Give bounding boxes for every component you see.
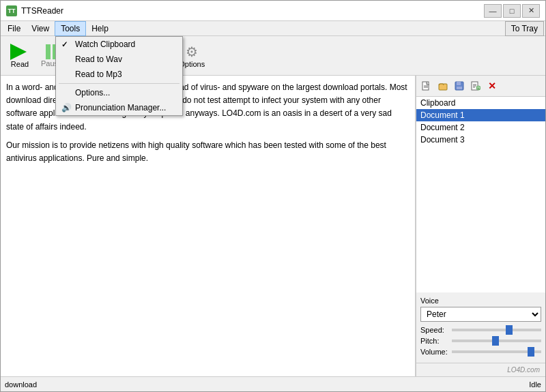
voice-label: Voice bbox=[420, 297, 541, 305]
save-doc-icon bbox=[455, 81, 464, 91]
minimize-button[interactable]: — bbox=[484, 4, 502, 18]
menu-options[interactable]: Options... bbox=[56, 85, 182, 100]
open-doc-button[interactable] bbox=[435, 78, 450, 93]
speed-row: Speed: bbox=[420, 326, 541, 334]
titlebar: TT TTSReader — □ ✕ bbox=[1, 1, 545, 21]
pause-bar-left bbox=[46, 44, 51, 59]
menu-help[interactable]: Help bbox=[86, 21, 114, 36]
volume-thumb[interactable] bbox=[528, 347, 534, 357]
tools-dropdown: ✓ Watch Clipboard Read to Wav Read to Mp… bbox=[55, 36, 183, 116]
window-title: TTSReader bbox=[21, 6, 484, 16]
new-doc-icon bbox=[422, 81, 431, 91]
options-label: Options... bbox=[75, 88, 110, 97]
menu-view[interactable]: View bbox=[26, 21, 55, 36]
doc-item-clipboard[interactable]: Clipboard bbox=[416, 97, 545, 109]
window-controls: — □ ✕ bbox=[484, 4, 540, 18]
text-paragraph-2: Our mission is to provide netizens with … bbox=[6, 139, 410, 165]
watch-clipboard-label: Watch Clipboard bbox=[75, 40, 135, 49]
svg-text:✎: ✎ bbox=[477, 87, 480, 91]
menu-separator bbox=[59, 83, 179, 84]
document-list: Clipboard Document 1 Document 2 Document… bbox=[416, 97, 545, 292]
to-tray-button[interactable]: To Tray bbox=[505, 21, 544, 36]
speed-slider[interactable] bbox=[452, 329, 541, 331]
menu-pronunciation-manager[interactable]: 🔊 Pronunciation Manager... bbox=[56, 100, 182, 115]
svg-rect-6 bbox=[457, 87, 462, 89]
maximize-button[interactable]: □ bbox=[503, 4, 521, 18]
text-display[interactable]: In a word- and it is because of the ramp… bbox=[1, 76, 416, 376]
statusbar: download Idle bbox=[1, 376, 545, 391]
check-mark: ✓ bbox=[61, 40, 75, 49]
speed-label: Speed: bbox=[420, 326, 449, 334]
right-panel: ✎ ✕ Clipboard Document 1 Document 2 Docu… bbox=[416, 76, 545, 376]
voice-controls: Voice Peter David Zira Speed: Pitch: bbox=[416, 292, 545, 363]
save-doc-button[interactable] bbox=[452, 78, 467, 93]
open-doc-icon bbox=[438, 81, 448, 91]
pitch-label: Pitch: bbox=[420, 337, 449, 345]
watermark-area: LO4D.com bbox=[416, 363, 545, 376]
doc-item-document1[interactable]: Document 1 bbox=[416, 109, 545, 121]
volume-label: Volume: bbox=[420, 348, 449, 356]
rename-doc-button[interactable]: ✎ bbox=[468, 78, 483, 93]
menu-file[interactable]: File bbox=[2, 21, 26, 36]
menu-read-to-wav[interactable]: Read to Wav bbox=[56, 52, 182, 67]
doc-toolbar: ✎ ✕ bbox=[416, 76, 545, 97]
play-triangle bbox=[10, 44, 27, 60]
gear-icon: ⚙ bbox=[186, 44, 198, 60]
menu-tools[interactable]: Tools bbox=[55, 21, 86, 36]
status-left: download bbox=[5, 380, 37, 389]
read-button[interactable]: Read bbox=[5, 39, 35, 73]
menubar: File View Tools Help To Tray ✓ Watch Cli… bbox=[1, 21, 545, 36]
rename-doc-icon: ✎ bbox=[471, 81, 480, 91]
voice-select[interactable]: Peter David Zira bbox=[420, 307, 541, 322]
read-to-wav-label: Read to Wav bbox=[75, 55, 122, 64]
read-to-mp3-label: Read to Mp3 bbox=[75, 70, 122, 79]
main-content: In a word- and it is because of the ramp… bbox=[1, 76, 545, 376]
menu-watch-clipboard[interactable]: ✓ Watch Clipboard bbox=[56, 37, 182, 52]
main-window: TT TTSReader — □ ✕ File View Tools Help … bbox=[0, 0, 546, 392]
pronunciation-icon: 🔊 bbox=[61, 103, 75, 112]
volume-slider[interactable] bbox=[452, 350, 541, 353]
speed-thumb[interactable] bbox=[506, 325, 513, 335]
pronunciation-label: Pronunciation Manager... bbox=[75, 103, 166, 112]
status-right: Idle bbox=[529, 380, 541, 389]
doc-item-document3[interactable]: Document 3 bbox=[416, 134, 545, 146]
play-icon bbox=[10, 44, 29, 60]
volume-row: Volume: bbox=[420, 348, 541, 356]
pitch-thumb[interactable] bbox=[492, 336, 499, 346]
new-doc-button[interactable] bbox=[419, 78, 434, 93]
pitch-row: Pitch: bbox=[420, 337, 541, 345]
delete-doc-button[interactable]: ✕ bbox=[485, 78, 500, 93]
watermark-text: LO4D.com bbox=[507, 366, 540, 374]
doc-item-document2[interactable]: Document 2 bbox=[416, 121, 545, 134]
close-button[interactable]: ✕ bbox=[522, 4, 540, 18]
app-icon: TT bbox=[6, 5, 17, 16]
svg-rect-5 bbox=[457, 82, 461, 85]
read-label: Read bbox=[11, 60, 29, 68]
pitch-slider[interactable] bbox=[452, 340, 541, 342]
menu-read-to-mp3[interactable]: Read to Mp3 bbox=[56, 67, 182, 82]
